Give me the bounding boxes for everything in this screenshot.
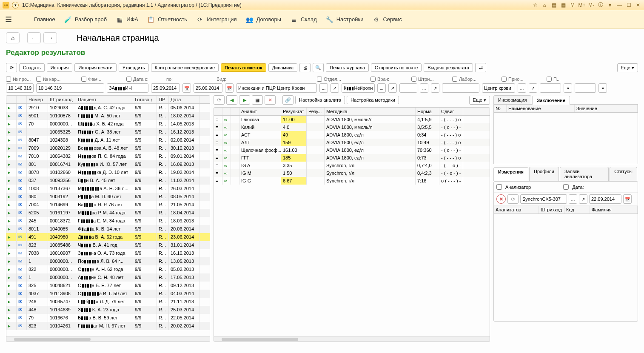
table-row[interactable]: ▸✉701010064382Н▮▮▮▮ов П. С. 84 года9/9R.…	[6, 152, 210, 160]
tray-mplus[interactable]: M+	[578, 2, 585, 9]
create-button[interactable]: Создать	[19, 63, 45, 72]
mid-more-button[interactable]: Еще ▾	[469, 96, 490, 105]
analyte-settings-button[interactable]: Настройка аналита	[295, 96, 345, 104]
table-row[interactable]: ▸✉29101029038А▮▮▮▮▮д А. С. 42 года9/9R..…	[6, 104, 210, 112]
mid-grid-icon[interactable]: ▦	[252, 95, 263, 105]
table-row[interactable]: ▸✉4911040980Д▮▮▮▮а В. А. 62 года9/9R...2…	[6, 233, 210, 241]
col-surname[interactable]: Фамилия	[590, 206, 638, 214]
analyte-row[interactable]: =∞ГГТ185ADVIA 1800, ед/л0:73- ( - - - ) …	[214, 154, 490, 162]
date-input[interactable]	[589, 194, 621, 204]
tray-m[interactable]: M	[569, 2, 576, 9]
table-row[interactable]: ▸✉44810134689З▮▮▮▮ К. А. 23 года9/9R...2…	[6, 306, 210, 314]
table-row[interactable]: ▸✉807810102660Н▮▮▮▮▮▮ка Д. Э. 10 лет9/9R…	[6, 168, 210, 176]
external-icon[interactable]: ↗	[529, 83, 537, 93]
analyzer-checkbox[interactable]	[496, 184, 502, 190]
analyte-row[interactable]: =∞Калий4.0ADVIA 1800, ммоль/л3,5:5,5- ( …	[214, 123, 490, 131]
dropdown-icon[interactable]: ▾	[607, 2, 613, 9]
analyzer-input[interactable]	[520, 194, 567, 204]
tray-icon[interactable]: ▦	[560, 2, 567, 9]
tray-mminus[interactable]: M-	[588, 2, 595, 9]
maximize-icon[interactable]: ☐	[625, 2, 632, 9]
analyte-row[interactable]: =∞АСТ49ADVIA 1800, ед/л0:34- ( - - - ) o	[214, 131, 490, 139]
table-row[interactable]: ▸✉10000000...По▮▮▮▮▮а Л. В. 64 г...9/9R.…	[6, 257, 210, 265]
filter-dateto-input[interactable]	[194, 83, 222, 93]
issue-result-button[interactable]: Выдача результата	[424, 63, 473, 72]
table-row[interactable]: ▸✉24500018372Г▮▮▮▮▮а Е. М. 34 года9/9R..…	[6, 217, 210, 225]
analyte-row[interactable]: =∞Щелочная фосф...161.00ADVIA 1800, ед/л…	[214, 146, 490, 154]
menu-item[interactable]: ≣Склад	[291, 16, 317, 23]
menu-item[interactable]: 🧪Разбор проб	[65, 16, 107, 23]
open-icon[interactable]: ...	[319, 83, 328, 93]
date-picker-icon[interactable]: 📅	[225, 83, 234, 93]
filter-checkbox[interactable]	[81, 77, 86, 82]
print-journal-button[interactable]: Печать журнала	[326, 63, 369, 72]
col-shift[interactable]: Сдвиг	[439, 108, 463, 115]
col-norm[interactable]: Норма	[416, 108, 439, 115]
forward-button[interactable]: →	[43, 32, 57, 43]
exchange-icon[interactable]: ⇄	[475, 63, 486, 72]
col-num[interactable]: Номер	[27, 96, 48, 103]
filter-checkbox[interactable]	[411, 77, 416, 82]
table-row[interactable]: ▸✉80100016741Ку▮▮▮▮▮а И. Ю. 57 лет9/9R..…	[6, 160, 210, 168]
col-rez[interactable]: Резу...	[307, 108, 325, 115]
date-picker-icon[interactable]: 📅	[623, 194, 632, 204]
filter-fio-input[interactable]	[107, 83, 148, 93]
table-row[interactable]: ▸✉80471024308К▮▮▮▮▮ Д. А. 11 лет9/9R...0…	[6, 136, 210, 144]
analyte-row[interactable]: =∞IG G6.67Synchron, г/л7:16o ( - - - ) -	[214, 177, 490, 185]
col-barcode[interactable]: Штрихкод	[539, 206, 564, 214]
table-row[interactable]: ▸✉24610035747Г▮▮б▮▮▮а Л. Д. 79 лет9/9R..…	[6, 298, 210, 306]
tab-requests[interactable]: Заявки анализатора	[560, 167, 609, 181]
hscrollbar[interactable]	[214, 336, 490, 342]
filter-labo-input[interactable]	[482, 83, 515, 93]
mid-prev-icon[interactable]: ◀	[226, 95, 237, 105]
tab-info[interactable]: Информация	[493, 95, 531, 104]
filter-checkbox[interactable]	[126, 77, 131, 82]
external-icon[interactable]: ↗	[331, 83, 339, 93]
tab-conclusion[interactable]: Заключение	[532, 96, 570, 105]
app-menu-dropdown[interactable]: ▾	[12, 2, 19, 9]
dropdown-icon[interactable]: ▾	[564, 83, 572, 93]
print-icon[interactable]: 🖨	[299, 63, 311, 72]
minimize-icon[interactable]: —	[616, 2, 623, 9]
filter-checkbox[interactable]	[452, 77, 457, 82]
table-row[interactable]: ▸✉703810010907З▮▮▮▮на О. А. 73 года9/9R.…	[6, 249, 210, 257]
mid-next-icon[interactable]: ▶	[239, 95, 250, 105]
table-row[interactable]: ▸✉520510161197М▮▮▮▮за Р. М. 44 года9/9R.…	[6, 209, 210, 217]
col-pat[interactable]: Пациент	[76, 96, 133, 103]
close-icon[interactable]: ✕	[635, 2, 641, 9]
tray-icon[interactable]: ⌂	[541, 2, 548, 9]
filter-checkbox[interactable]	[502, 77, 507, 82]
back-button[interactable]: ←	[27, 32, 41, 43]
open-icon[interactable]: ...	[518, 83, 526, 93]
col-bar[interactable]: Штрих-код	[48, 96, 76, 103]
filter-checkbox[interactable]	[317, 77, 322, 82]
print-labels-button[interactable]: Печать этикеток	[221, 63, 266, 72]
filter-id2-input[interactable]	[36, 83, 104, 93]
tab-statuses[interactable]: Статусы	[610, 167, 637, 181]
filter-checkbox[interactable]	[6, 77, 11, 82]
table-row[interactable]: ▸✉403710113908С▮▮▮▮▮▮▮а И. Г. 50 лет9/9R…	[6, 290, 210, 298]
refresh-icon[interactable]: ⟳	[507, 194, 519, 204]
filter-id1-input[interactable]	[6, 83, 34, 93]
menu-item[interactable]: 👥Договоры	[246, 16, 281, 23]
approve-button[interactable]: Утвердить	[119, 63, 149, 72]
table-row[interactable]: ▸✉700000000...Ш▮▮▮▮а Х. Б. 42 года9/9R..…	[6, 120, 210, 128]
info-icon[interactable]: ⓘ	[597, 2, 604, 9]
menu-item[interactable]: Главное	[24, 16, 55, 23]
dropdown-icon[interactable]: ▾	[598, 83, 607, 93]
table-row[interactable]: ▸✉590110100878Г▮▮▮▮▮ М. А. 50 лет9/9R...…	[6, 112, 210, 120]
control-button[interactable]: Контрольное исследование	[151, 63, 219, 72]
open-icon[interactable]: ...	[377, 83, 386, 93]
refresh-button[interactable]: ⟳	[6, 63, 17, 72]
method-settings-button[interactable]: Настройка методики	[347, 96, 399, 104]
hscrollbar[interactable]	[6, 336, 210, 342]
clear-icon[interactable]: ✕	[496, 194, 506, 204]
home-button[interactable]: ⌂	[6, 32, 20, 43]
analyte-row[interactable]: =∞IG M1.50Synchron, г/л0,4:2,3- ( - o - …	[214, 169, 490, 177]
date-checkbox[interactable]	[563, 184, 569, 190]
col-code[interactable]: Код	[564, 206, 590, 214]
table-row[interactable]: ▸✉82510048621О▮▮▮▮н В. Е. 77 лет9/9R...0…	[6, 282, 210, 290]
send-mail-button[interactable]: Отправить по почте	[371, 63, 422, 72]
filter-checkbox[interactable]	[370, 77, 376, 82]
more-button[interactable]: Еще ▾	[617, 63, 638, 72]
